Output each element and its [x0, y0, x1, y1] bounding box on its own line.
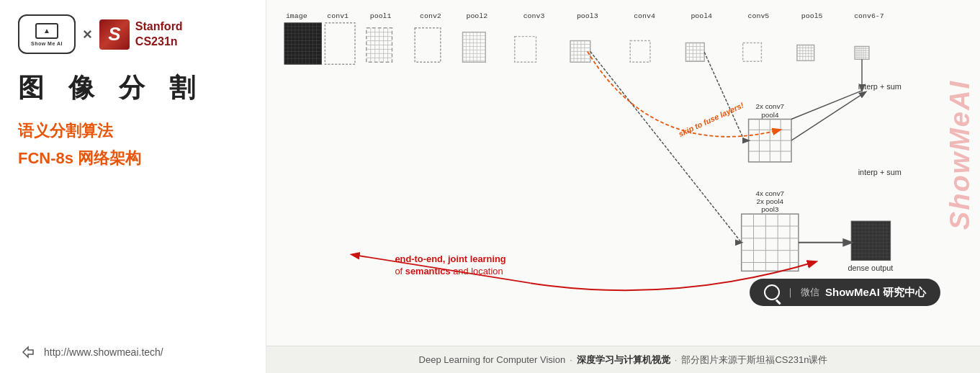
- diagram-area: ShowMeAI image conv1 pool1 conv2 pool2 c…: [266, 0, 980, 346]
- watermark-text: ShowMeAI: [945, 80, 976, 230]
- right-panel: ShowMeAI image conv1 pool1 conv2 pool2 c…: [266, 0, 980, 373]
- logo-area: ▲ Show Me AI × S Stanford CS231n: [18, 14, 248, 54]
- col-pool1: pool1: [370, 12, 392, 20]
- network-diagram: image conv1 pool1 conv2 pool2 conv3 pool…: [281, 0, 937, 310]
- col-conv3: conv3: [523, 12, 545, 20]
- annotation1: end-to-end, joint learning: [395, 253, 505, 264]
- search-divider: ｜: [786, 286, 795, 299]
- subtitle-block: 语义分割算法 FCN-8s 网络架构: [18, 120, 248, 169]
- box2-sub1: 2x pool4: [757, 197, 784, 205]
- search-icon: [764, 284, 780, 300]
- interp-sum-mid: interp + sum: [858, 168, 902, 176]
- subtitle-fcn: FCN-8s 网络架构: [18, 148, 248, 169]
- search-wechat-label: 微信: [801, 286, 819, 299]
- box2-sub2: pool3: [761, 205, 779, 213]
- box2-label: 4x conv7: [755, 189, 784, 197]
- footer-main: Deep Learning for Computer Vision: [419, 354, 566, 365]
- interp-sum-top: interp + sum: [858, 82, 902, 91]
- stanford-logo: S Stanford CS231n: [99, 19, 183, 50]
- stanford-course: CS231n: [135, 35, 183, 50]
- svg-rect-49: [515, 37, 536, 63]
- footer-dot1: ·: [570, 354, 572, 365]
- stanford-letter: S: [99, 19, 130, 50]
- showmeai-logo-text: Show Me AI: [31, 41, 63, 46]
- svg-line-131: [791, 91, 862, 120]
- box1-label: 2x conv7: [755, 102, 784, 110]
- svg-rect-0: [284, 23, 321, 64]
- svg-line-135: [590, 51, 742, 242]
- svg-rect-61: [685, 43, 704, 62]
- watermark: ShowMeAI: [944, 7, 976, 302]
- dense-output-label: dense output: [848, 264, 893, 272]
- col-pool3: pool3: [577, 12, 598, 20]
- search-brand: ShowMeAI 研究中心: [825, 286, 926, 300]
- col-conv6: conv6-7: [854, 12, 884, 20]
- col-conv4: conv4: [634, 12, 655, 20]
- col-conv1: conv1: [327, 12, 349, 20]
- search-bar[interactable]: ｜ 微信 ShowMeAI 研究中心: [750, 279, 940, 306]
- col-conv5: conv5: [748, 12, 770, 20]
- svg-rect-60: [630, 41, 650, 63]
- showmeai-logo: ▲ Show Me AI: [18, 14, 76, 54]
- pointer-icon: [18, 342, 38, 362]
- main-title: 图 像 分 割: [18, 71, 248, 106]
- svg-line-134: [791, 92, 866, 140]
- svg-line-132: [704, 52, 744, 140]
- footer-source: 部分图片来源于斯坦福CS231n课件: [681, 354, 827, 367]
- col-pool2: pool2: [466, 12, 487, 20]
- footer-dot2: ·: [675, 354, 678, 365]
- stanford-text: Stanford CS231n: [135, 19, 183, 50]
- svg-rect-71: [743, 43, 762, 62]
- stanford-name: Stanford: [135, 19, 183, 35]
- subtitle-semantic: 语义分割算法: [18, 120, 248, 142]
- website-url[interactable]: http://www.showmeai.tech/: [44, 346, 163, 358]
- box1-sub: pool4: [761, 111, 779, 119]
- footer-cn: 深度学习与计算机视觉: [577, 354, 670, 367]
- svg-rect-20: [325, 23, 355, 64]
- monitor-icon: ▲: [35, 23, 58, 39]
- website-row: http://www.showmeai.tech/: [18, 335, 248, 362]
- footer-bar: Deep Learning for Computer Vision · 深度学习…: [266, 346, 980, 373]
- svg-rect-109: [851, 221, 890, 260]
- col-image: image: [286, 12, 307, 20]
- col-conv2: conv2: [420, 12, 441, 20]
- col-pool5: pool5: [801, 12, 823, 20]
- col-pool4: pool4: [691, 12, 712, 20]
- svg-rect-34: [415, 28, 441, 63]
- annotation2: of semantics and location: [395, 266, 503, 277]
- x-separator: ×: [83, 25, 92, 44]
- left-panel: ▲ Show Me AI × S Stanford CS231n 图 像 分 割…: [0, 0, 266, 373]
